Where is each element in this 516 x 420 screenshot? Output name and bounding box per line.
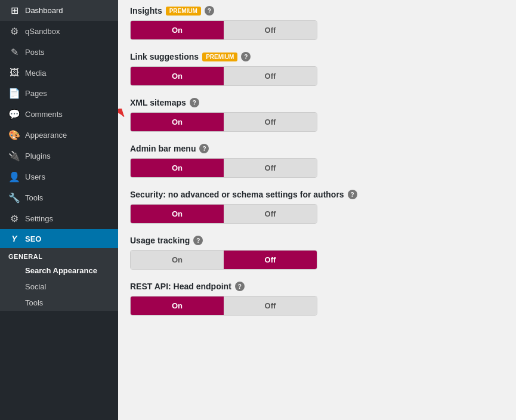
plugins-icon: 🔌: [8, 150, 20, 162]
sidebar-item-label: Dashboard: [25, 6, 63, 15]
tools-icon: 🔧: [8, 192, 20, 203]
toggle-xml-sitemaps-on[interactable]: On: [131, 113, 224, 131]
toggle-security-off[interactable]: Off: [224, 205, 317, 223]
settings-icon: ⚙: [8, 213, 20, 224]
setting-insights-label: Insights Premium ?: [130, 6, 504, 16]
help-icon-link-suggestions[interactable]: ?: [241, 52, 251, 61]
toggle-xml-sitemaps: On Off: [130, 112, 317, 132]
sidebar-item-media[interactable]: 🖼 Media: [0, 63, 118, 83]
seo-submenu: General Search Appearance Social Tools: [0, 248, 118, 311]
sidebar-item-label: Media: [25, 69, 46, 78]
main-content: Insights Premium ? On Off Link suggestio…: [118, 0, 516, 420]
sidebar-item-tools[interactable]: 🔧 Tools: [0, 187, 118, 208]
sidebar-item-label: Posts: [25, 48, 45, 57]
sidebar-item-label: Comments: [25, 110, 63, 119]
pages-icon: 📄: [8, 88, 20, 99]
setting-admin-bar-label: Admin bar menu ?: [130, 144, 504, 153]
general-section-label: General: [0, 248, 118, 262]
sidebar-item-label: qSandbox: [25, 27, 60, 36]
sidebar-item-plugins[interactable]: 🔌 Plugins: [0, 146, 118, 166]
help-icon-usage-tracking[interactable]: ?: [193, 236, 203, 245]
toggle-admin-bar-on[interactable]: On: [131, 159, 224, 177]
toggle-insights-on[interactable]: On: [131, 21, 224, 39]
sidebar-item-pages[interactable]: 📄 Pages: [0, 83, 118, 104]
toggle-admin-bar-off[interactable]: Off: [224, 159, 317, 177]
setting-xml-sitemaps: XML sitemaps ? On Off: [130, 98, 504, 132]
toggle-security-on[interactable]: On: [131, 205, 224, 223]
sidebar-item-seo[interactable]: Y SEO: [0, 229, 118, 248]
setting-xml-sitemaps-label: XML sitemaps ?: [130, 98, 504, 107]
dashboard-icon: ⊞: [8, 5, 20, 16]
help-icon-xml-sitemaps[interactable]: ?: [190, 98, 199, 107]
sidebar-item-qsandbox[interactable]: ⚙ qSandbox: [0, 21, 118, 42]
toggle-link-suggestions: On Off: [130, 66, 317, 86]
sidebar-item-label: Pages: [25, 89, 47, 98]
setting-security-label: Security: no advanced or schema settings…: [130, 190, 504, 199]
sidebar-item-comments[interactable]: 💬 Comments: [0, 104, 118, 125]
toggle-rest-api: On Off: [130, 296, 317, 316]
qsandbox-icon: ⚙: [8, 26, 20, 37]
sidebar-item-label: Appearance: [25, 131, 67, 140]
setting-usage-tracking-label: Usage tracking ?: [130, 236, 504, 245]
sidebar-item-label: Tools: [25, 193, 43, 202]
toggle-insights-off[interactable]: Off: [224, 21, 317, 39]
premium-badge-insights: Premium: [166, 7, 201, 16]
media-icon: 🖼: [8, 67, 20, 78]
setting-rest-api-label: REST API: Head endpoint ?: [130, 282, 504, 291]
toggle-usage-tracking: On Off: [130, 250, 317, 270]
sidebar-item-label: Users: [25, 172, 45, 181]
submenu-item-social[interactable]: Social: [0, 279, 118, 295]
users-icon: 👤: [8, 171, 20, 183]
help-icon-security[interactable]: ?: [348, 190, 357, 199]
sidebar-item-label: Settings: [25, 214, 53, 223]
appearance-icon: 🎨: [8, 129, 20, 141]
premium-badge-link: Premium: [202, 52, 237, 61]
setting-insights: Insights Premium ? On Off: [130, 6, 504, 40]
toggle-rest-api-on[interactable]: On: [131, 297, 224, 315]
help-icon-insights[interactable]: ?: [205, 6, 214, 16]
setting-admin-bar-menu: Admin bar menu ? On Off: [130, 144, 504, 178]
help-icon-admin-bar[interactable]: ?: [199, 144, 209, 153]
toggle-xml-sitemaps-off[interactable]: Off: [224, 113, 317, 131]
setting-link-suggestions: Link suggestions Premium ? On Off: [130, 52, 504, 86]
toggle-link-suggestions-on[interactable]: On: [131, 67, 224, 85]
help-icon-rest-api[interactable]: ?: [235, 282, 245, 291]
sidebar-item-settings[interactable]: ⚙ Settings: [0, 208, 118, 229]
setting-security: Security: no advanced or schema settings…: [130, 190, 504, 224]
toggle-rest-api-off[interactable]: Off: [224, 297, 317, 315]
posts-icon: ✎: [8, 47, 20, 58]
sidebar-item-dashboard[interactable]: ⊞ Dashboard: [0, 0, 118, 21]
setting-link-suggestions-label: Link suggestions Premium ?: [130, 52, 504, 61]
sidebar-item-label: SEO: [25, 234, 41, 243]
setting-rest-api: REST API: Head endpoint ? On Off: [130, 282, 504, 316]
sidebar: ⊞ Dashboard ⚙ qSandbox ✎ Posts 🖼 Media 📄…: [0, 0, 118, 420]
sidebar-item-posts[interactable]: ✎ Posts: [0, 42, 118, 63]
toggle-security: On Off: [130, 204, 317, 224]
toggle-admin-bar: On Off: [130, 158, 317, 178]
red-arrow-annotation: [118, 109, 130, 121]
toggle-link-suggestions-off[interactable]: Off: [224, 67, 317, 85]
sidebar-item-appearance[interactable]: 🎨 Appearance: [0, 125, 118, 146]
sidebar-item-users[interactable]: 👤 Users: [0, 166, 118, 187]
submenu-item-search-appearance[interactable]: Search Appearance: [0, 262, 118, 279]
toggle-insights: On Off: [130, 20, 317, 40]
toggle-usage-tracking-off[interactable]: Off: [224, 251, 317, 269]
toggle-usage-tracking-on[interactable]: On: [131, 251, 224, 269]
seo-icon: Y: [8, 234, 20, 243]
submenu-item-tools[interactable]: Tools: [0, 295, 118, 311]
comments-icon: 💬: [8, 109, 20, 120]
sidebar-item-label: Plugins: [25, 152, 51, 160]
setting-usage-tracking: Usage tracking ? On Off: [130, 236, 504, 270]
